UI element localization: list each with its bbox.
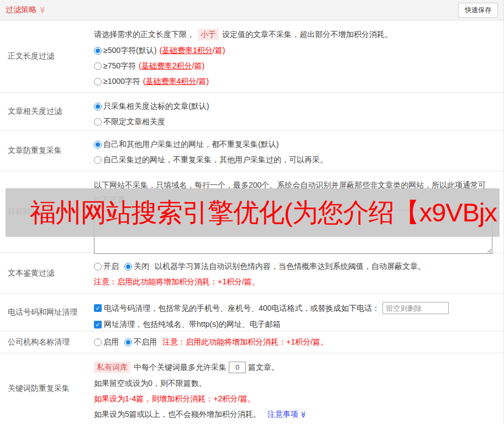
- replacement-phone-input[interactable]: [382, 302, 449, 314]
- fee-rate-750: (基础费率2积分/篇): [139, 61, 204, 71]
- company-clean-enable-label[interactable]: 启用: [103, 337, 119, 347]
- row-content-length-filter: 正文长度过滤 请选择需求的正文长度下限， 小于 设定值的文章不采集，超出部分不增…: [0, 20, 503, 93]
- watermark-overlay: 福州网站搜索引擎优化(为您介绍【x9VBjx: [6, 188, 500, 237]
- company-clean-content: 启用 不启用 注意：启用此功能将增加积分消耗：+1积分/篇。: [94, 331, 503, 353]
- dedup-option-2-label[interactable]: 自己采集过的网址，不重复采集，其他用户采集过的，可以再采。: [103, 155, 328, 165]
- radio-company-clean-disable[interactable]: [124, 338, 132, 346]
- relevance-option-1-label[interactable]: 只采集相关度达标的文章(默认): [103, 101, 209, 112]
- keyword-limit-line: 私有词库 中每个关键词最多允许采集 篇文章。: [94, 362, 500, 373]
- keyword-note-five-text: 如果设为5篇或以上，也不会额外增加积分消耗。: [94, 409, 261, 420]
- url-clean-option: ✓ 网址清理，包括纯域名、带http(s)的网址、电子邮箱: [94, 319, 500, 330]
- row-relevance-filter: 文章相关度过滤 只采集相关度达标的文章(默认) 不限定文章相关度: [0, 93, 503, 131]
- fee-rate-1000: (基础费率4积分/篇): [143, 76, 209, 87]
- radio-dedup-all-users[interactable]: [94, 141, 102, 149]
- keyword-note-five: 如果设为5篇或以上，也不会额外增加积分消耗。 注意事项 ≫: [94, 409, 500, 420]
- row-label-porn-filter: 文本鉴黄过滤: [0, 253, 94, 293]
- row-phone-url-clean: 电话号码和网址清理 ✓ 电话号码清理，包括常见的手机号、座机号、400电话格式，…: [0, 294, 503, 331]
- length-option-500: ≥500字符(默认) (基础费率1积分/篇): [94, 45, 500, 56]
- row-dedup-collection: 文章防重复采集 自己和其他用户采集过的网址，都不重复采集(默认) 自己采集过的网…: [0, 131, 503, 171]
- checkbox-url-clean[interactable]: ✓: [94, 321, 102, 328]
- fee-rate-500: (基础费率1积分/篇): [159, 45, 225, 56]
- less-than-tag: 小于: [198, 29, 219, 40]
- check-icon: ✓: [95, 304, 100, 312]
- radio-porn-filter-off[interactable]: [124, 263, 132, 271]
- length-option-750: ≥750字符 (基础费率2积分/篇): [94, 61, 500, 71]
- fee-rate-750-link: 基础费率2积分: [141, 61, 192, 70]
- phone-url-content: ✓ 电话号码清理，包括常见的手机号、座机号、400电话格式，或替换成如下电话： …: [94, 294, 503, 331]
- company-clean-options: 启用 不启用 注意：启用此功能将增加积分消耗：+1积分/篇。: [94, 337, 328, 347]
- checkbox-phone-clean[interactable]: ✓: [94, 304, 102, 312]
- dedup-option-1-label[interactable]: 自己和其他用户采集过的网址，都不重复采集(默认): [103, 139, 279, 150]
- radio-750-chars[interactable]: [94, 62, 102, 70]
- watermark-text: 福州网站搜索引擎优化(为您介绍【x9VBjx: [6, 195, 497, 230]
- phone-clean-label[interactable]: 电话号码清理，包括常见的手机号、座机号、400电话格式，或替换成如下电话：: [104, 303, 380, 314]
- dedup-option-1: 自己和其他用户采集过的网址，都不重复采集(默认): [94, 139, 500, 150]
- keyword-note-cost: 如果设为1-4篇，则增加积分消耗：+2积分/篇。: [94, 394, 500, 404]
- quick-save-button[interactable]: 快速保存: [458, 3, 498, 18]
- intro-text-pre: 请选择需求的正文长度下限，: [94, 29, 195, 40]
- row-label-keyword-dedup: 关键词防重复采集: [0, 353, 94, 424]
- radio-porn-filter-on[interactable]: [94, 263, 102, 271]
- row-company-clean: 公司机构名称清理 启用 不启用 注意：启用此功能将增加积分消耗：+1积分/篇。: [0, 331, 503, 353]
- keyword-dedup-content: 私有词库 中每个关键词最多允许采集 篇文章。 如果留空或设为0，则不限篇数。 如…: [94, 353, 503, 424]
- radio-dedup-self-only[interactable]: [94, 156, 102, 164]
- length-option-1000-label[interactable]: ≥1000字符: [103, 76, 140, 87]
- porn-filter-description: 以机器学习算法自动识别色情内容，当色情概率达到系统阈值，自动屏蔽文章。: [155, 261, 426, 272]
- row-label-content-length: 正文长度过滤: [0, 20, 94, 92]
- notice-link-label: 注意事项: [267, 409, 298, 420]
- row-label-company-clean: 公司机构名称清理: [0, 331, 94, 353]
- radio-500-chars[interactable]: [94, 47, 102, 55]
- page-header: 过滤策略 ≫ 快速保存: [0, 0, 503, 20]
- porn-filter-off-label[interactable]: 关闭: [134, 261, 149, 272]
- fee-rate-500-link: 基础费率1积分: [162, 46, 213, 55]
- intro-text-post: 设定值的文章不采集，超出部分不增加积分消耗。: [222, 29, 392, 40]
- length-option-1000: ≥1000字符 (基础费率4积分/篇): [94, 76, 500, 87]
- dedup-option-2: 自己采集过的网址，不重复采集，其他用户采集过的，可以再采。: [94, 155, 500, 165]
- keyword-note-zero: 如果留空或设为0，则不限篇数。: [94, 378, 500, 389]
- url-clean-label[interactable]: 网址清理，包括纯域名、带http(s)的网址、电子邮箱: [104, 319, 281, 330]
- private-lexicon-link[interactable]: 私有词库: [94, 362, 130, 373]
- row-label-relevance: 文章相关度过滤: [0, 93, 94, 130]
- keyword-limit-input[interactable]: [229, 362, 246, 373]
- relevance-option-1: 只采集相关度达标的文章(默认): [94, 101, 500, 112]
- page-title-label: 过滤策略: [6, 5, 36, 15]
- porn-filter-note: 注意：启用此功能将增加积分消耗：+1积分/篇。: [94, 277, 500, 287]
- radio-relevance-only[interactable]: [94, 103, 102, 110]
- content-length-intro: 请选择需求的正文长度下限， 小于 设定值的文章不采集，超出部分不增加积分消耗。: [94, 29, 500, 40]
- radio-relevance-any[interactable]: [94, 118, 102, 126]
- keyword-limit-suffix: 篇文章。: [248, 362, 279, 373]
- porn-filter-content: 开启 关闭 以机器学习算法自动识别色情内容，当色情概率达到系统阈值，自动屏蔽文章…: [94, 253, 503, 293]
- row-label-dedup: 文章防重复采集: [0, 131, 94, 171]
- company-clean-disable-label[interactable]: 不启用: [134, 337, 157, 347]
- porn-filter-options: 开启 关闭 以机器学习算法自动识别色情内容，当色情概率达到系统阈值，自动屏蔽文章…: [94, 261, 500, 272]
- row-porn-filter: 文本鉴黄过滤 开启 关闭 以机器学习算法自动识别色情内容，当色情概率达到系统阈值…: [0, 253, 503, 294]
- chevron-down-icon: ≫: [300, 411, 307, 418]
- relevance-option-2: 不限定文章相关度: [94, 116, 500, 127]
- length-option-500-label[interactable]: ≥500字符(默认): [103, 45, 156, 56]
- chevron-down-icon: ≫: [39, 7, 46, 14]
- length-option-750-label[interactable]: ≥750字符: [103, 61, 136, 71]
- keyword-limit-text: 中每个关键词最多允许采集: [134, 362, 227, 373]
- relevance-option-2-label[interactable]: 不限定文章相关度: [103, 116, 165, 127]
- row-keyword-dedup: 关键词防重复采集 私有词库 中每个关键词最多允许采集 篇文章。 如果留空或设为0…: [0, 353, 503, 424]
- relevance-options: 只采集相关度达标的文章(默认) 不限定文章相关度: [94, 93, 503, 130]
- page-title[interactable]: 过滤策略 ≫: [6, 5, 46, 15]
- dedup-options: 自己和其他用户采集过的网址，都不重复采集(默认) 自己采集过的网址，不重复采集，…: [94, 131, 503, 171]
- radio-company-clean-enable[interactable]: [94, 338, 102, 346]
- phone-clean-option: ✓ 电话号码清理，包括常见的手机号、座机号、400电话格式，或替换成如下电话：: [94, 302, 500, 314]
- row-label-phone-url: 电话号码和网址清理: [0, 294, 94, 331]
- fee-rate-1000-link: 基础费率4积分: [146, 77, 197, 86]
- radio-1000-chars[interactable]: [94, 78, 102, 86]
- content-length-options: 请选择需求的正文长度下限， 小于 设定值的文章不采集，超出部分不增加积分消耗。 …: [94, 20, 503, 92]
- porn-filter-on-label[interactable]: 开启: [103, 261, 119, 272]
- filter-settings-page: 过滤策略 ≫ 快速保存 正文长度过滤 请选择需求的正文长度下限， 小于 设定值的…: [0, 0, 504, 424]
- company-clean-note: 注意：启用此功能将增加积分消耗：+1积分/篇。: [162, 337, 328, 347]
- check-icon: ✓: [95, 321, 100, 328]
- notice-link[interactable]: 注意事项 ≫: [267, 409, 307, 420]
